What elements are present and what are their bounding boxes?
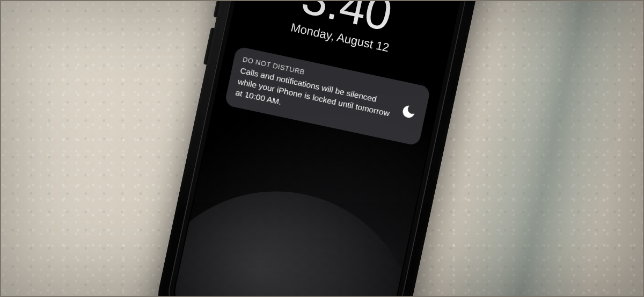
wallpaper-glow xyxy=(171,165,442,297)
moon-icon xyxy=(399,102,418,123)
dnd-notification[interactable]: DO NOT DISTURB Calls and notifications w… xyxy=(224,46,431,146)
dnd-text: DO NOT DISTURB Calls and notifications w… xyxy=(235,55,398,131)
